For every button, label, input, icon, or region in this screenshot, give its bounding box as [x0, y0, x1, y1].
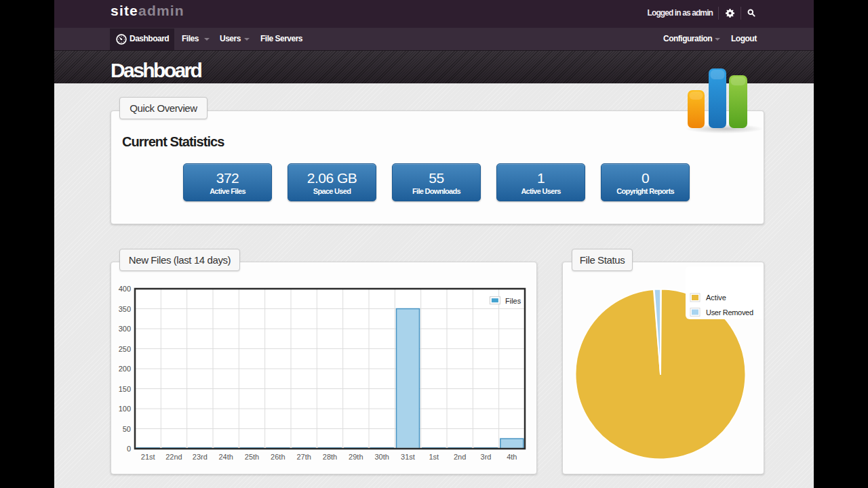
svg-text:Files: Files [505, 297, 521, 305]
svg-text:400: 400 [119, 285, 131, 293]
svg-text:30th: 30th [374, 453, 389, 461]
svg-text:50: 50 [123, 425, 131, 433]
svg-text:22nd: 22nd [165, 453, 182, 461]
svg-text:2nd: 2nd [454, 453, 466, 461]
svg-text:3rd: 3rd [481, 453, 492, 461]
svg-text:300: 300 [119, 325, 131, 333]
svg-text:User Removed: User Removed [706, 308, 753, 317]
svg-text:25th: 25th [245, 453, 259, 461]
svg-text:200: 200 [119, 365, 131, 373]
svg-text:28th: 28th [323, 453, 337, 461]
svg-text:150: 150 [119, 385, 131, 393]
svg-text:24th: 24th [218, 453, 233, 461]
svg-text:350: 350 [119, 305, 131, 313]
svg-text:0: 0 [127, 445, 131, 453]
svg-text:Active: Active [706, 293, 726, 302]
svg-text:250: 250 [119, 345, 131, 353]
svg-text:23rd: 23rd [193, 453, 208, 461]
svg-text:31st: 31st [401, 453, 415, 461]
svg-text:27th: 27th [296, 453, 311, 461]
svg-text:1st: 1st [429, 453, 439, 461]
svg-text:4th: 4th [507, 453, 517, 461]
svg-text:29th: 29th [349, 453, 363, 461]
svg-text:100: 100 [119, 405, 131, 413]
svg-text:26th: 26th [271, 453, 285, 461]
svg-text:21st: 21st [141, 453, 155, 461]
